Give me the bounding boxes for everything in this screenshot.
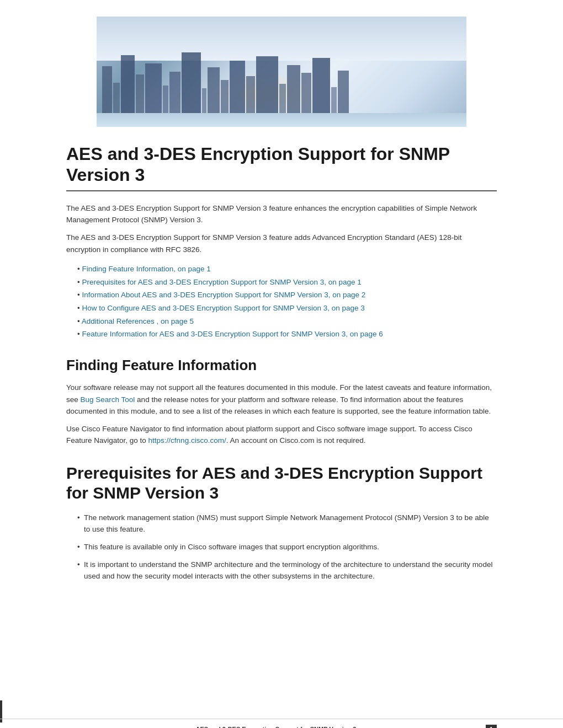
prereq-item-3: It is important to understand the SNMP a… (77, 559, 497, 582)
page-title: AES and 3-DES Encryption Support for SNM… (66, 143, 497, 186)
toc-item-5[interactable]: Additional References , on page 5 (77, 315, 497, 328)
intro-para-1: The AES and 3-DES Encryption Support for… (66, 202, 497, 226)
toc-item-2[interactable]: Prerequisites for AES and 3-DES Encrypti… (77, 276, 497, 288)
page-number: 1 (486, 725, 497, 728)
toc-item-1[interactable]: Finding Feature Information, on page 1 (77, 263, 497, 275)
finding-feature-heading: Finding Feature Information (66, 357, 497, 374)
toc-item-4[interactable]: How to Configure AES and 3-DES Encryptio… (77, 302, 497, 314)
finding-para-1: Your software release may not support al… (66, 382, 497, 417)
intro-para-2: The AES and 3-DES Encryption Support for… (66, 232, 497, 255)
footer-title: AES and 3-DES Encryption Support for SNM… (66, 726, 486, 728)
page-footer: AES and 3-DES Encryption Support for SNM… (0, 719, 563, 728)
cfnng-link[interactable]: https://cfnng.cisco.com/ (148, 436, 226, 445)
prereq-item-1: The network management station (NMS) mus… (77, 512, 497, 536)
main-content: AES and 3-DES Encryption Support for SNM… (0, 143, 563, 582)
finding-para-2: Use Cisco Feature Navigator to find info… (66, 423, 497, 447)
bug-search-link[interactable]: Bug Search Tool (81, 395, 135, 404)
prereqs-list: The network management station (NMS) mus… (77, 512, 497, 582)
table-of-contents: Finding Feature Information, on page 1 P… (77, 263, 497, 340)
toc-item-6[interactable]: Feature Information for AES and 3-DES En… (77, 328, 497, 340)
document-page: AES and 3-DES Encryption Support for SNM… (0, 17, 563, 728)
page-number-container: 1 (486, 725, 497, 728)
toc-item-3[interactable]: Information About AES and 3-DES Encrypti… (77, 289, 497, 301)
prereqs-heading: Prerequisites for AES and 3-DES Encrypti… (66, 463, 497, 503)
hero-banner (97, 17, 466, 127)
title-divider (66, 190, 497, 191)
prereq-item-2: This feature is available only in Cisco … (77, 541, 497, 553)
